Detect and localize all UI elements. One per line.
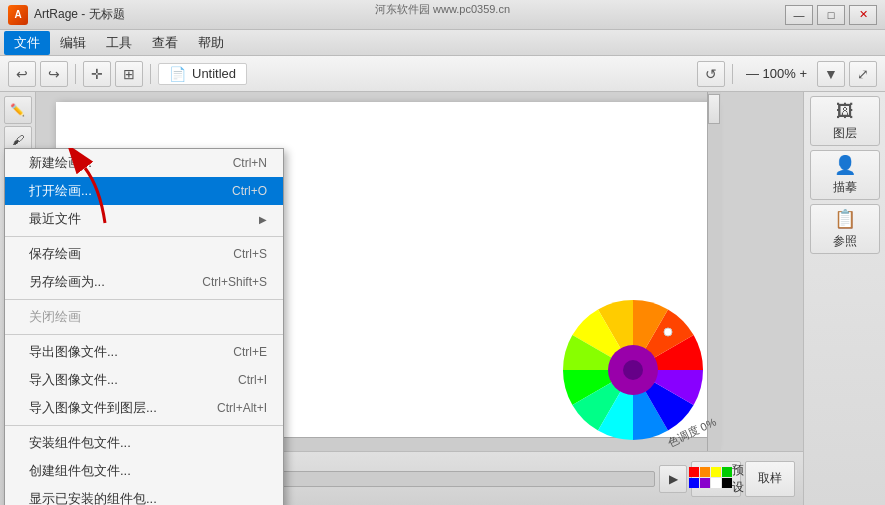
layers-label: 图层 — [833, 125, 857, 142]
menu-file[interactable]: 文件 — [4, 31, 50, 55]
submenu-arrow-icon: ▶ — [259, 214, 267, 225]
sample-label: 取样 — [758, 470, 782, 487]
title-bar-left: A ArtRage - 无标题 — [8, 5, 125, 25]
menu-item-label: 最近文件 — [29, 210, 81, 228]
minimize-button[interactable]: — — [785, 5, 813, 25]
swatch-6 — [700, 478, 710, 488]
menu-item-创建组件包文件[interactable]: 创建组件包文件... — [5, 457, 283, 485]
title-text: ArtRage - 无标题 — [34, 6, 125, 23]
maximize-button[interactable]: □ — [817, 5, 845, 25]
zoom-down-button[interactable]: ▼ — [817, 61, 845, 87]
menu-item-最近文件[interactable]: 最近文件▶ — [5, 205, 283, 233]
menu-item-label: 打开绘画... — [29, 182, 92, 200]
toolbar-sep-1 — [75, 64, 76, 84]
menu-edit[interactable]: 编辑 — [50, 31, 96, 55]
swatch-1 — [689, 467, 699, 477]
zoom-fit-button[interactable]: ⤢ — [849, 61, 877, 87]
title-bar-controls: — □ ✕ — [785, 5, 877, 25]
menu-item-label: 另存绘画为... — [29, 273, 105, 291]
rotate-button[interactable]: ↺ — [697, 61, 725, 87]
grid-button[interactable]: ⊞ — [115, 61, 143, 87]
menu-item-label: 导出图像文件... — [29, 343, 118, 361]
menu-help[interactable]: 帮助 — [188, 31, 234, 55]
app-icon: A — [8, 5, 28, 25]
title-bar: A ArtRage - 无标题 河东软件园 www.pc0359.cn — □ … — [0, 0, 885, 30]
tracing-icon: 👤 — [834, 154, 856, 176]
menu-separator — [5, 334, 283, 335]
sample-button[interactable]: 取样 — [745, 461, 795, 497]
menu-item-shortcut: Ctrl+E — [233, 345, 267, 359]
reference-button[interactable]: 📋 参照 — [810, 204, 880, 254]
menu-item-安装组件包文件[interactable]: 安装组件包文件... — [5, 429, 283, 457]
swatch-5 — [689, 478, 699, 488]
toolbar-right: ↺ — 100% + ▼ ⤢ — [697, 61, 877, 87]
menu-item-shortcut: Ctrl+Shift+S — [202, 275, 267, 289]
preset-label: 预设 — [732, 462, 744, 496]
menu-item-shortcut: Ctrl+I — [238, 373, 267, 387]
undo-button[interactable]: ↩ — [8, 61, 36, 87]
toolbar: ↩ ↪ ✛ ⊞ 📄 Untitled ↺ — 100% + ▼ ⤢ — [0, 56, 885, 92]
v-scrollbar-thumb[interactable] — [708, 94, 720, 124]
menu-item-新建绘画[interactable]: 新建绘画...Ctrl+N — [5, 149, 283, 177]
file-dropdown-menu: 新建绘画...Ctrl+N打开绘画...Ctrl+O最近文件▶保存绘画Ctrl+… — [4, 148, 284, 505]
menu-bar: 文件 编辑 工具 查看 帮助 — [0, 30, 885, 56]
menu-item-显示已安装的组件包[interactable]: 显示已安装的组件包... — [5, 485, 283, 505]
right-panel: 🖼 图层 👤 描摹 📋 参照 — [803, 92, 885, 505]
menu-tools[interactable]: 工具 — [96, 31, 142, 55]
menu-item-label: 关闭绘画 — [29, 308, 81, 326]
menu-item-shortcut: Ctrl+S — [233, 247, 267, 261]
menu-item-导出图像文件[interactable]: 导出图像文件...Ctrl+E — [5, 338, 283, 366]
menu-item-shortcut: Ctrl+Alt+I — [217, 401, 267, 415]
menu-item-label: 保存绘画 — [29, 245, 81, 263]
color-indicator[interactable] — [664, 328, 672, 336]
menu-item-label: 导入图像文件... — [29, 371, 118, 389]
menu-separator — [5, 425, 283, 426]
tool-1[interactable]: ✏️ — [4, 96, 32, 124]
swatch-8 — [722, 478, 732, 488]
close-button[interactable]: ✕ — [849, 5, 877, 25]
toolbar-sep-2 — [150, 64, 151, 84]
menu-item-关闭绘画: 关闭绘画 — [5, 303, 283, 331]
tracing-button[interactable]: 👤 描摹 — [810, 150, 880, 200]
menu-item-label: 新建绘画... — [29, 154, 92, 172]
menu-item-另存绘画为[interactable]: 另存绘画为...Ctrl+Shift+S — [5, 268, 283, 296]
reference-icon: 📋 — [834, 208, 856, 230]
swatch-4 — [722, 467, 732, 477]
menu-item-label: 导入图像文件到图层... — [29, 399, 157, 417]
doc-icon: 📄 — [169, 66, 186, 82]
menu-item-打开绘画[interactable]: 打开绘画...Ctrl+O — [5, 177, 283, 205]
color-wheel-container: 色调度 0% — [553, 290, 713, 450]
preset-button[interactable]: 预设 — [691, 461, 741, 497]
layers-button[interactable]: 🖼 图层 — [810, 96, 880, 146]
document-title-bar: 📄 Untitled — [158, 63, 247, 85]
swatch-7 — [711, 478, 721, 488]
scroll-right-btn[interactable]: ▶ — [659, 465, 687, 493]
zoom-display: — 100% + — [740, 64, 813, 83]
swatch-grid — [689, 467, 732, 488]
svg-point-1 — [623, 360, 643, 380]
reference-label: 参照 — [833, 233, 857, 250]
layers-icon: 🖼 — [836, 101, 854, 122]
menu-separator — [5, 299, 283, 300]
toolbar-sep-3 — [732, 64, 733, 84]
redo-button[interactable]: ↪ — [40, 61, 68, 87]
menu-item-shortcut: Ctrl+O — [232, 184, 267, 198]
menu-item-导入图像文件[interactable]: 导入图像文件...Ctrl+I — [5, 366, 283, 394]
menu-item-label: 创建组件包文件... — [29, 462, 131, 480]
menu-item-label: 安装组件包文件... — [29, 434, 131, 452]
menu-item-shortcut: Ctrl+N — [233, 156, 267, 170]
tracing-label: 描摹 — [833, 179, 857, 196]
menu-item-label: 显示已安装的组件包... — [29, 490, 157, 505]
move-button[interactable]: ✛ — [83, 61, 111, 87]
swatch-3 — [711, 467, 721, 477]
menu-item-导入图像文件到图层[interactable]: 导入图像文件到图层...Ctrl+Alt+I — [5, 394, 283, 422]
menu-view[interactable]: 查看 — [142, 31, 188, 55]
menu-separator — [5, 236, 283, 237]
main-area: ✏️ 🖌 ✒ ⬜ 🔍 ✋ — [0, 92, 885, 505]
swatch-2 — [700, 467, 710, 477]
document-title: Untitled — [192, 66, 236, 81]
menu-item-保存绘画[interactable]: 保存绘画Ctrl+S — [5, 240, 283, 268]
watermark: 河东软件园 www.pc0359.cn — [375, 2, 510, 17]
